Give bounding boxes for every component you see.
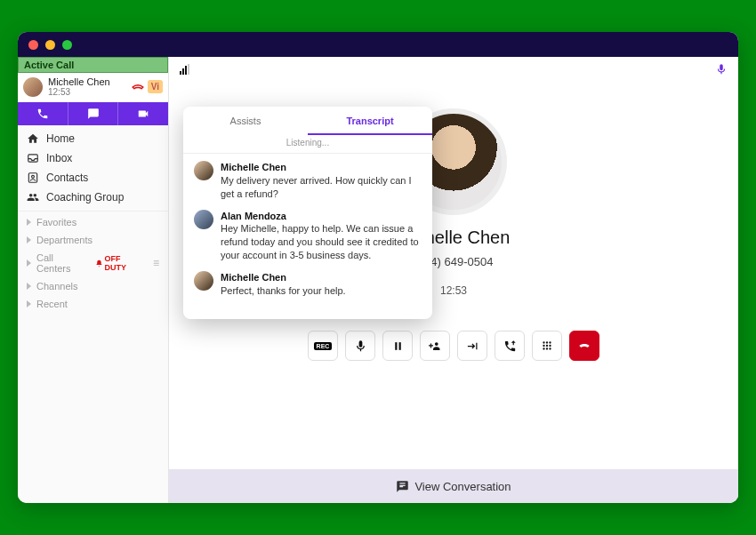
svg-point-7 <box>546 341 548 343</box>
transfer-icon <box>466 339 479 353</box>
listening-status: Listening... <box>183 135 432 154</box>
section-call-centers[interactable]: Call Centers OFF DUTY ≡ <box>18 249 168 277</box>
message-text: My delivery never arrived. How quickly c… <box>221 175 412 199</box>
svg-point-2 <box>32 175 35 178</box>
message-text: Perfect, thanks for your help. <box>221 285 346 296</box>
active-call-info: Michelle Chen 12:53 <box>48 76 126 97</box>
svg-point-8 <box>549 341 551 343</box>
home-icon <box>27 132 39 145</box>
section-recent[interactable]: Recent <box>18 295 168 313</box>
active-call-badge: Active Call <box>18 57 168 73</box>
chevron-right-icon <box>27 283 31 290</box>
message-button[interactable] <box>68 102 118 125</box>
svg-point-5 <box>434 342 438 346</box>
section-favorites[interactable]: Favorites <box>18 213 168 231</box>
message-name: Michelle Chen <box>221 271 346 284</box>
transcript-message: Alan Mendoza Hey Michelle, happy to help… <box>194 210 422 262</box>
person-add-icon <box>429 339 442 353</box>
svg-point-10 <box>546 345 548 347</box>
nav-home[interactable]: Home <box>18 129 168 148</box>
app-window: Active Call Michelle Chen 12:53 Vi <box>18 32 738 503</box>
pause-icon <box>392 340 404 352</box>
svg-point-12 <box>543 347 544 349</box>
drag-handle-icon[interactable]: ≡ <box>153 257 159 269</box>
view-conversation-bar[interactable]: View Conversation <box>169 469 738 503</box>
sidebar-sections: Favorites Departments Call Centers OFF D… <box>18 211 168 315</box>
view-conversation-label: View Conversation <box>414 480 511 493</box>
message-avatar <box>194 210 213 229</box>
vi-badge: Vi <box>148 80 163 93</box>
section-label: Channels <box>36 281 77 291</box>
active-call-row[interactable]: Michelle Chen 12:53 Vi <box>18 73 168 102</box>
section-label: Call Centers <box>36 252 90 274</box>
window-minimize-button[interactable] <box>45 40 55 50</box>
svg-rect-4 <box>398 342 400 350</box>
message-name: Alan Mendoza <box>221 210 422 223</box>
mute-button[interactable] <box>345 331 375 361</box>
topbar <box>169 57 738 82</box>
section-label: Recent <box>36 299 68 309</box>
sidebar-nav: Home Inbox Contacts Coaching Group <box>18 125 168 211</box>
sidebar-action-row <box>18 102 168 125</box>
sidebar: Active Call Michelle Chen 12:53 Vi <box>18 57 169 503</box>
call-park-button[interactable] <box>495 331 525 361</box>
window-zoom-button[interactable] <box>62 40 72 50</box>
svg-point-6 <box>543 341 544 343</box>
transcript-message: Michelle Chen My delivery never arrived.… <box>194 161 422 201</box>
app-body: Active Call Michelle Chen 12:53 Vi <box>18 57 738 503</box>
svg-point-14 <box>549 347 551 349</box>
tab-assists[interactable]: Assists <box>183 107 308 135</box>
active-call-name: Michelle Chen <box>48 76 126 87</box>
nav-label: Contacts <box>46 172 88 184</box>
nav-inbox[interactable]: Inbox <box>18 148 168 168</box>
record-button[interactable]: REC <box>308 331 338 361</box>
mic-indicator-icon[interactable] <box>715 63 728 76</box>
window-close-button[interactable] <box>28 40 38 50</box>
phone-arrow-icon <box>503 339 517 353</box>
video-button[interactable] <box>117 102 168 125</box>
chevron-right-icon <box>27 300 31 307</box>
section-label: Departments <box>36 235 92 245</box>
titlebar <box>18 32 738 57</box>
popover-tabs: Assists Transcript <box>183 107 432 135</box>
call-duration: 12:53 <box>440 284 467 297</box>
end-call-button[interactable] <box>569 331 599 361</box>
signal-icon <box>180 64 189 75</box>
svg-point-13 <box>546 347 548 349</box>
off-duty-badge: OFF DUTY <box>95 254 144 272</box>
message-text: Hey Michelle, happy to help. We can issu… <box>221 223 419 260</box>
transfer-button[interactable] <box>457 331 487 361</box>
message-name: Michelle Chen <box>221 161 422 174</box>
tab-transcript[interactable]: Transcript <box>308 107 432 135</box>
call-button[interactable] <box>18 102 68 125</box>
nav-contacts[interactable]: Contacts <box>18 168 168 188</box>
chat-icon <box>396 480 409 493</box>
transcript-message: Michelle Chen Perfect, thanks for your h… <box>194 271 422 298</box>
svg-point-9 <box>543 345 544 347</box>
nav-coaching-group[interactable]: Coaching Group <box>18 188 168 207</box>
active-call-time: 12:53 <box>48 87 126 97</box>
group-icon <box>27 191 39 204</box>
section-departments[interactable]: Departments <box>18 231 168 249</box>
call-controls: REC <box>308 331 599 361</box>
message-avatar <box>194 271 213 291</box>
nav-label: Home <box>46 132 75 145</box>
chevron-right-icon <box>27 260 31 267</box>
section-label: Favorites <box>36 217 76 228</box>
hold-button[interactable] <box>382 331 413 361</box>
svg-rect-3 <box>395 342 397 350</box>
dialpad-button[interactable] <box>532 331 562 361</box>
section-channels[interactable]: Channels <box>18 277 168 295</box>
add-participant-button[interactable] <box>420 331 450 361</box>
transcript-body: Michelle Chen My delivery never arrived.… <box>183 154 432 319</box>
nav-label: Inbox <box>46 152 72 164</box>
dialpad-icon <box>541 339 553 352</box>
message-avatar <box>194 161 213 180</box>
chevron-right-icon <box>27 236 31 244</box>
transcript-popover: Assists Transcript Listening... Michelle… <box>183 107 432 319</box>
bell-off-icon <box>95 260 103 268</box>
caller-avatar-small <box>23 77 43 97</box>
hangup-icon[interactable] <box>132 81 144 93</box>
contacts-icon <box>27 172 39 184</box>
chevron-right-icon <box>27 219 31 226</box>
